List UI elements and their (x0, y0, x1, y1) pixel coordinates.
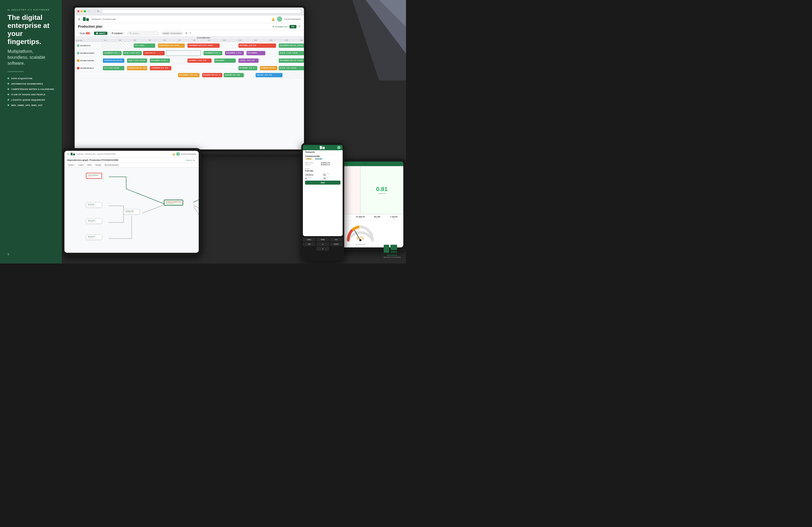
graph-node-butter[interactable]: FAT BUTTER None pending, 1 ok (86, 202, 102, 208)
gantt-row-elizabeth: MACHINE ELIZABETH 2 BLUEBERRY Fr 12:30 -… (75, 49, 304, 57)
app-header: ☰ Dashboard > Production plan 🔔 Krzys (75, 15, 304, 23)
phone-outer: ← Transports T/O/2022/123456 PENDING (301, 143, 344, 261)
maximize-button[interactable] (84, 10, 86, 12)
hamburger-icon[interactable]: ☰ (78, 18, 80, 21)
help-icon[interactable]: ? (190, 32, 191, 35)
brand-name: Nexelem (384, 254, 401, 257)
gantt-bar-blueberry3[interactable]: 3 BLUEBERRY Fr 12:30 - 14:30 (2h) (204, 51, 222, 55)
back-icon-phone[interactable]: ← (305, 147, 307, 149)
station-row: Station 34 WICHFIELD 114 (305, 164, 340, 166)
gantt-bar-choc-c[interactable]: 3 CHOCOL... 12:30 - 14:30 (238, 59, 259, 63)
graph-node-blueberry-tart[interactable]: 960/9600g BLUEBERRY TART None pending, 1… (164, 200, 183, 206)
notification-icon[interactable]: 🔔 (272, 18, 275, 21)
graph-node-flour[interactable]: 1200g FLOUR None pending, 1 ok (86, 219, 102, 224)
bar-text: 0/5 BLUEBERRY TART 12:30 - 14:30 (2h) (280, 45, 303, 46)
gantt-bar-lemon[interactable]: 2 LEMON CURD Fr 12:30 - 14:30 (2... (158, 44, 185, 48)
gantt-bar-blue4[interactable]: 4/5 BLUEBERR... Fr 12:30 - 14:30 (225, 51, 244, 55)
wydajnosc-label: wydajność (378, 193, 386, 194)
sub-heading: Multiplatform, boundless, scalable softw… (8, 48, 54, 66)
gantt-bar-blue-c3[interactable]: 1 BLUEBERR... ⊙ 12:30 - 14:30 (187, 59, 212, 63)
graph-node-butter2[interactable]: 200g BUTTER None pending, 1 ok (86, 235, 102, 240)
gantt-bar-blueberry-tart-ex[interactable]: BLUEBERRY TART 12:30 - 14:30 (202, 73, 222, 77)
phone-keypad: MENU HOME ESC APP ▲ ENTER ▼ (303, 238, 343, 251)
reload-icon[interactable]: ↻ (97, 10, 99, 13)
layers-tool[interactable]: Layers (77, 164, 85, 166)
weight-item: Weight (kg) 120 (323, 177, 341, 180)
gantt-bar-blue-ex[interactable]: BLUEBERRY 12:30 - 14:30 (224, 73, 244, 77)
settings-icon[interactable]: ⚙ (185, 32, 187, 35)
gantt-bar-choc1[interactable]: 1 CHOCOLATE Task name 12:30 - 14:30 (2h) (103, 59, 124, 63)
tab-gantt[interactable]: ▩ GANTT (94, 32, 107, 35)
divider2 (305, 167, 340, 167)
divider (305, 161, 340, 161)
industry-label: INDUSTRY 4.0 SOFTWARE (8, 9, 54, 11)
gantt-bar-blue-c[interactable]: 3 BLUE... Fr 12:30 - 14:30 (2h) (127, 59, 147, 63)
gantt-bar-lemon3[interactable]: BLUEBERRY TART 12:30 - 14:30 (260, 66, 277, 70)
notification-icon-tablet[interactable]: 🔔 (172, 153, 175, 155)
bar-text: 1 STRAWBERRY 12:30 - 14:30 (151, 67, 168, 69)
arrange-tool[interactable]: Arrange (94, 164, 102, 166)
gantt-bar-strawb2[interactable]: 1 STRAWBERRY 12:30 - 14:30 (150, 66, 171, 70)
refresh-icon[interactable]: ↻ (299, 25, 301, 28)
gantt-bar-blue-c4[interactable]: 0/5 BLUEBERR... (214, 59, 236, 63)
zoom-tool[interactable]: 100% (86, 164, 93, 166)
hamburger-icon-tablet[interactable]: ☰ (67, 153, 69, 155)
key-home[interactable]: HOME (316, 238, 329, 241)
close-button[interactable] (77, 10, 79, 12)
fix-button[interactable]: Fix (289, 25, 296, 28)
key-app[interactable]: APP (303, 242, 316, 246)
tab-kanban[interactable]: ☰ KANBAN (110, 32, 124, 35)
key-enter[interactable]: ENTER (330, 242, 343, 246)
svg-rect-3 (83, 17, 86, 21)
forward-icon[interactable]: → (93, 10, 95, 13)
tabs-bar: To-do 123 ▩ GANTT ☰ KANBAN 🔍 (75, 30, 304, 36)
gantt-bar-error[interactable]: ⊙ Error 12:00 - 14 (143, 51, 164, 55)
time-now[interactable]: Now (301, 40, 303, 41)
tab-todo[interactable]: To-do 123 (78, 32, 92, 35)
phone-screen: ← Transports T/O/2022/123456 PENDING (303, 145, 343, 236)
bar-text: 3 ST... Fr 12:30 - 14:30 (2h) (104, 67, 119, 69)
gantt-bar-strawbe2[interactable]: 4/5 STRAWBE... 12:30 - 14:30 (238, 44, 276, 48)
gantt-bar-st[interactable]: 1 ST... Fr 12:30-1 (134, 44, 155, 48)
key-menu[interactable]: MENU (303, 238, 316, 241)
graph-node-tart[interactable]: 300/2400g TART None pending, 2 ok (124, 209, 140, 214)
gantt-bar-strawberry[interactable]: 1 STRAWBERRY TART Fr 12:30 - 14:30 (2h (187, 44, 220, 48)
locate-tool[interactable]: ◍ Locate main task (104, 164, 119, 166)
gantt-bar-blue6[interactable]: 0/5 BLUE... Fr 12:30 - 14:30 (2h) (279, 51, 304, 55)
product-id-value: C/2022/019 (305, 174, 322, 176)
key-down[interactable]: ▼ (316, 247, 329, 251)
key-up[interactable]: ▲ (316, 242, 329, 246)
gantt-bar-st2[interactable]: 3 ST... Fr 12:30 - 14:30 (2h) (103, 66, 124, 70)
highlight-button[interactable]: Highlight: Unused spaces (161, 32, 183, 35)
gantt-bar-blue-c2[interactable]: 4/5 BLUEBERR... Fr 12:30 - 14:30 (2h) (150, 59, 170, 63)
stat-4-value: 2m 30s (369, 216, 385, 217)
time-12: 12:00 (254, 40, 257, 41)
gantt-bar-blueberry5[interactable]: 0/5 BLUEBERRY... (246, 51, 265, 55)
minimize-button[interactable] (81, 10, 83, 12)
bar-text: 0/5 BLUEBERRY... (248, 52, 258, 54)
gantt-bar-strawb3[interactable]: 0/5 STRAWBE... 12:30 - 14:30 (238, 66, 257, 70)
gantt-bar-lemon2[interactable]: 0/5 LEMON CURD 12:30 - 14:30 (127, 66, 147, 70)
stat-3-value: 1h 10m 4s (352, 216, 368, 217)
start-button[interactable]: Start (305, 181, 340, 185)
search-tool[interactable]: Search... (67, 164, 76, 166)
svg-rect-8 (322, 147, 325, 149)
key-esc[interactable]: ESC (330, 238, 343, 241)
search-box[interactable]: 🔍 Search ... (127, 31, 159, 35)
app-content: ☰ Dashboard > Production plan 🔔 Krzys (75, 15, 304, 149)
back-link[interactable]: ← Back to: Ca... (184, 160, 196, 161)
gantt-bar-blueberry1[interactable]: 2 BLUEBERRY Fr 12:30 - 14:30 (2h) (103, 51, 122, 55)
bar-text: 2 LEMON CURD Fr 12:30 - 14:30 (2... (159, 45, 180, 46)
gantt-bar-blueberry-ex[interactable]: 0/5 BLUEBERRY... 12:30 - 14:30 (178, 73, 200, 77)
gantt-row-extra: 0/5 BLUEBERRY... 12:30 - 14:30 BLUEBERRY… (75, 72, 304, 78)
gantt-bar-blue-m[interactable]: 0/5 BLUE... 12:30 - 14:30 (2h) (279, 66, 304, 70)
gantt-bar-blue2[interactable]: 2 BLUE... Fr 12:30 - 14:30 (2h) (123, 51, 142, 55)
back-icon[interactable]: ← (88, 10, 90, 13)
gantt-bar-blue-c5[interactable]: 0/5 BLUEBERRY TART 12:30 - 14:30 (2h) (279, 59, 304, 63)
graph-node-blueberries[interactable]: 192g BLUEBERRIES None pending, 1 ok (86, 173, 102, 179)
simulation-tool-link[interactable]: ⚙ Simulation tool (272, 26, 287, 28)
address-bar[interactable] (102, 9, 301, 13)
gantt-bar-choc-ex[interactable]: 100g CHOC... 12:30 - 14:30 (256, 73, 282, 77)
gantt-bar-blueberry[interactable]: 0/5 BLUEBERRY TART 12:30 - 14:30 (2h) (279, 44, 304, 48)
browser-chrome: ← → ↻ (75, 7, 304, 15)
